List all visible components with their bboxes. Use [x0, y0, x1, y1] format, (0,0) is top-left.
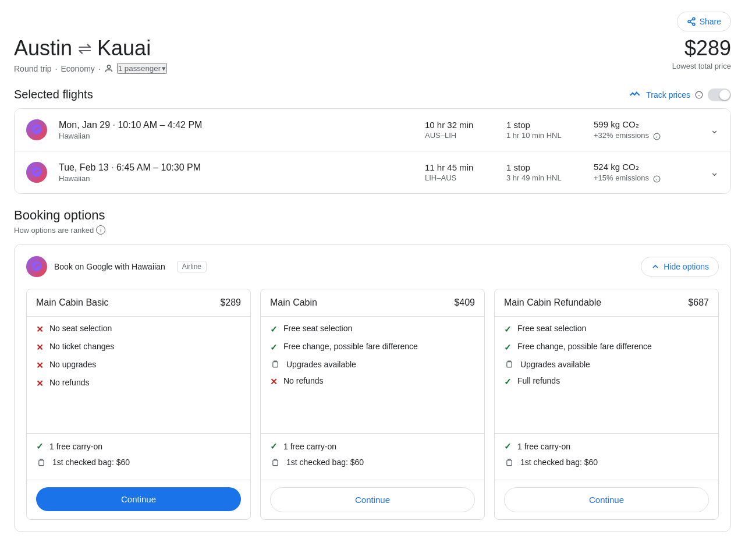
bag-item: ✓ 1 free carry-on — [270, 441, 475, 452]
check-icon: ✓ — [270, 441, 278, 452]
fare-col-main: Main Cabin $409 ✓ Free seat selection ✓ … — [260, 289, 485, 520]
fare-feature: ✕ No refunds — [270, 376, 475, 387]
feature-text: Upgrades available — [286, 360, 356, 369]
luggage-icon — [504, 360, 515, 368]
bag-text: 1 free carry-on — [283, 442, 336, 451]
flights-container: Mon, Jan 29 · 10:10 AM – 4:42 PM Hawaiia… — [14, 108, 731, 194]
flight-row[interactable]: Tue, Feb 13 · 6:45 AM – 10:30 PM Hawaiia… — [15, 151, 730, 193]
flight1-expand-icon[interactable]: ⌄ — [710, 123, 719, 136]
flight2-time: 6:45 AM – 10:30 PM — [116, 162, 201, 172]
feature-text: No refunds — [49, 378, 89, 387]
airline-logo — [26, 119, 47, 140]
fare-feature: ✕ No seat selection — [36, 324, 241, 335]
flight1-emissions: 599 kg CO₂ +32% emissions — [594, 119, 698, 140]
share-label: Share — [700, 17, 721, 26]
feature-text: Free seat selection — [517, 324, 586, 333]
track-prices-info-icon[interactable] — [695, 91, 703, 99]
feature-text: No seat selection — [49, 324, 112, 333]
trip-type: Round trip — [14, 64, 52, 73]
price-label: Lowest total price — [672, 62, 731, 70]
flight2-emissions: 524 kg CO₂ +15% emissions — [594, 162, 698, 182]
ranking-info: How options are ranked i — [14, 225, 731, 235]
flight1-stops: 1 stop 1 hr 10 min HNL — [506, 120, 582, 140]
svg-rect-23 — [507, 460, 512, 466]
fare-refundable-price: $687 — [688, 297, 709, 308]
origin: Austin — [14, 36, 72, 61]
track-prices-container: Track prices — [630, 88, 731, 101]
flight2-stops: 1 stop 3 hr 49 min HNL — [506, 162, 582, 182]
fare-refundable-name: Main Cabin Refundable — [504, 297, 601, 308]
check-icon: ✓ — [504, 342, 512, 353]
check-icon: ✓ — [36, 441, 44, 452]
flight-row[interactable]: Mon, Jan 29 · 10:10 AM – 4:42 PM Hawaiia… — [15, 109, 730, 151]
booking-card-airline: Book on Google with Hawaiian Airline — [26, 256, 207, 277]
feature-text: No refunds — [283, 376, 323, 385]
passenger-icon — [104, 64, 113, 73]
continue-button-main[interactable]: Continue — [270, 487, 475, 512]
flight1-time: 10:10 AM – 4:42 PM — [118, 120, 202, 130]
hawaiian-logo-icon — [30, 166, 43, 179]
trip-meta: Round trip · Economy · 1 passenger ▾ — [14, 63, 167, 74]
fare-col-basic-header: Main Cabin Basic $289 — [27, 289, 250, 317]
svg-rect-19 — [273, 460, 278, 466]
booking-card: Book on Google with Hawaiian Airline Hid… — [14, 244, 731, 532]
fare-main-name: Main Cabin — [270, 297, 317, 308]
fare-basic-price: $289 — [220, 297, 241, 308]
fare-main-actions: Continue — [261, 480, 484, 519]
hawaiian-logo-icon — [30, 123, 43, 136]
continue-button-basic[interactable]: Continue — [36, 487, 241, 511]
check-icon: ✓ — [504, 324, 512, 335]
svg-line-4 — [690, 19, 693, 21]
route-title: Austin ⇌ Kauai — [14, 36, 167, 61]
svg-rect-15 — [39, 460, 44, 466]
price-section: $289 Lowest total price — [672, 36, 731, 70]
cabin-class: Economy — [61, 64, 94, 73]
emissions-info-icon[interactable] — [653, 133, 661, 140]
bag-item: 1st checked bag: $60 — [36, 458, 241, 467]
hide-label: Hide options — [664, 262, 709, 271]
cross-icon: ✕ — [36, 360, 44, 371]
track-prices-toggle[interactable] — [708, 88, 731, 101]
flight2-expand-icon[interactable]: ⌄ — [710, 166, 719, 179]
track-prices-icon — [630, 90, 641, 100]
flight1-duration: 10 hr 32 min AUS–LIH — [425, 120, 495, 140]
fare-columns: Main Cabin Basic $289 ✕ No seat selectio… — [26, 289, 719, 520]
passenger-count: 1 passenger — [118, 64, 161, 73]
fare-col-basic: Main Cabin Basic $289 ✕ No seat selectio… — [26, 289, 251, 520]
bag-item: ✓ 1 free carry-on — [504, 441, 709, 452]
fare-col-refundable-header: Main Cabin Refundable $687 — [495, 289, 718, 317]
flight1-date: Mon, Jan 29 — [59, 120, 110, 130]
booking-provider-name: Book on Google with Hawaiian — [54, 262, 165, 271]
page-header: Austin ⇌ Kauai Round trip · Economy · 1 … — [14, 36, 731, 74]
fare-feature: ✓ Free change, possible fare difference — [504, 342, 709, 353]
booking-options-section: Booking options How options are ranked i… — [14, 208, 731, 532]
emissions-info-icon[interactable] — [653, 175, 661, 183]
feature-text: Full refunds — [517, 376, 560, 385]
passenger-selector[interactable]: 1 passenger ▾ — [117, 63, 167, 74]
track-prices-label[interactable]: Track prices — [646, 90, 690, 100]
svg-point-2 — [693, 23, 695, 26]
feature-text: No ticket changes — [49, 342, 114, 351]
hide-options-button[interactable]: Hide options — [641, 257, 719, 277]
check-icon: ✓ — [504, 377, 512, 387]
check-icon: ✓ — [270, 324, 278, 335]
chevron-up-icon — [651, 262, 660, 271]
toggle-thumb — [719, 90, 730, 100]
fare-feature: ✓ Full refunds — [504, 376, 709, 387]
continue-button-refundable[interactable]: Continue — [504, 487, 709, 512]
airline-logo — [26, 162, 47, 183]
flight-info: Mon, Jan 29 · 10:10 AM – 4:42 PM Hawaiia… — [59, 120, 413, 140]
fare-feature: Upgrades available — [270, 360, 475, 369]
fare-refundable-bags: ✓ 1 free carry-on 1st checked bag: $60 — [495, 433, 718, 480]
fare-feature: ✓ Free seat selection — [270, 324, 475, 335]
cross-icon: ✕ — [270, 377, 278, 387]
ranking-info-icon[interactable]: i — [96, 225, 105, 235]
fare-basic-bags: ✓ 1 free carry-on 1st checked bag: $60 — [27, 433, 250, 480]
fare-col-main-header: Main Cabin $409 — [261, 289, 484, 317]
flight2-dot: · — [111, 162, 116, 172]
fare-basic-actions: Continue — [27, 480, 250, 518]
bag-item: 1st checked bag: $60 — [504, 458, 709, 467]
share-button[interactable]: Share — [677, 12, 731, 31]
booking-options-title: Booking options — [14, 208, 731, 223]
feature-text: Upgrades available — [520, 360, 590, 369]
